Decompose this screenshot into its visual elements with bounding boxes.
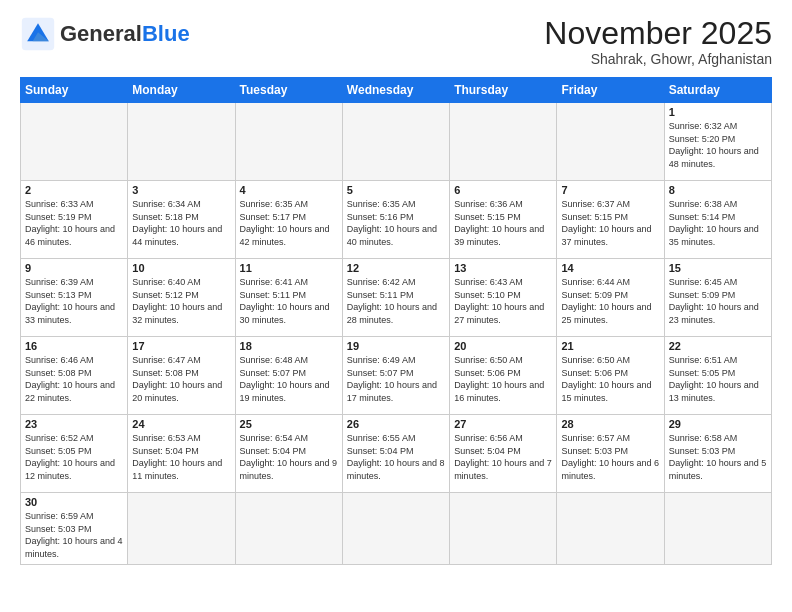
day-info: Sunrise: 6:33 AM Sunset: 5:19 PM Dayligh… [25,198,123,248]
day-number: 10 [132,262,230,274]
day-info: Sunrise: 6:41 AM Sunset: 5:11 PM Dayligh… [240,276,338,326]
table-row: 14Sunrise: 6:44 AM Sunset: 5:09 PM Dayli… [557,259,664,337]
day-number: 27 [454,418,552,430]
table-row: 11Sunrise: 6:41 AM Sunset: 5:11 PM Dayli… [235,259,342,337]
day-info: Sunrise: 6:32 AM Sunset: 5:20 PM Dayligh… [669,120,767,170]
table-row [235,103,342,181]
table-row: 8Sunrise: 6:38 AM Sunset: 5:14 PM Daylig… [664,181,771,259]
table-row: 29Sunrise: 6:58 AM Sunset: 5:03 PM Dayli… [664,415,771,493]
table-row: 28Sunrise: 6:57 AM Sunset: 5:03 PM Dayli… [557,415,664,493]
table-row: 27Sunrise: 6:56 AM Sunset: 5:04 PM Dayli… [450,415,557,493]
day-info: Sunrise: 6:42 AM Sunset: 5:11 PM Dayligh… [347,276,445,326]
table-row: 26Sunrise: 6:55 AM Sunset: 5:04 PM Dayli… [342,415,449,493]
day-number: 14 [561,262,659,274]
day-number: 22 [669,340,767,352]
day-number: 17 [132,340,230,352]
day-info: Sunrise: 6:46 AM Sunset: 5:08 PM Dayligh… [25,354,123,404]
table-row: 2Sunrise: 6:33 AM Sunset: 5:19 PM Daylig… [21,181,128,259]
table-row: 16Sunrise: 6:46 AM Sunset: 5:08 PM Dayli… [21,337,128,415]
day-number: 26 [347,418,445,430]
day-number: 16 [25,340,123,352]
table-row [664,493,771,564]
day-number: 30 [25,496,123,508]
table-row [450,493,557,564]
table-row: 21Sunrise: 6:50 AM Sunset: 5:06 PM Dayli… [557,337,664,415]
day-info: Sunrise: 6:43 AM Sunset: 5:10 PM Dayligh… [454,276,552,326]
day-info: Sunrise: 6:50 AM Sunset: 5:06 PM Dayligh… [454,354,552,404]
table-row [342,493,449,564]
table-row: 3Sunrise: 6:34 AM Sunset: 5:18 PM Daylig… [128,181,235,259]
table-row [235,493,342,564]
table-row [21,103,128,181]
day-info: Sunrise: 6:51 AM Sunset: 5:05 PM Dayligh… [669,354,767,404]
table-row: 15Sunrise: 6:45 AM Sunset: 5:09 PM Dayli… [664,259,771,337]
day-info: Sunrise: 6:38 AM Sunset: 5:14 PM Dayligh… [669,198,767,248]
day-number: 24 [132,418,230,430]
day-info: Sunrise: 6:35 AM Sunset: 5:16 PM Dayligh… [347,198,445,248]
subtitle: Shahrak, Ghowr, Afghanistan [544,51,772,67]
col-friday: Friday [557,78,664,103]
day-info: Sunrise: 6:40 AM Sunset: 5:12 PM Dayligh… [132,276,230,326]
col-sunday: Sunday [21,78,128,103]
day-number: 23 [25,418,123,430]
day-number: 6 [454,184,552,196]
day-info: Sunrise: 6:55 AM Sunset: 5:04 PM Dayligh… [347,432,445,482]
day-number: 4 [240,184,338,196]
day-info: Sunrise: 6:35 AM Sunset: 5:17 PM Dayligh… [240,198,338,248]
day-number: 13 [454,262,552,274]
month-title: November 2025 [544,16,772,51]
day-info: Sunrise: 6:39 AM Sunset: 5:13 PM Dayligh… [25,276,123,326]
day-info: Sunrise: 6:57 AM Sunset: 5:03 PM Dayligh… [561,432,659,482]
day-number: 8 [669,184,767,196]
table-row: 18Sunrise: 6:48 AM Sunset: 5:07 PM Dayli… [235,337,342,415]
day-number: 21 [561,340,659,352]
day-info: Sunrise: 6:58 AM Sunset: 5:03 PM Dayligh… [669,432,767,482]
table-row [557,103,664,181]
day-number: 1 [669,106,767,118]
table-row: 5Sunrise: 6:35 AM Sunset: 5:16 PM Daylig… [342,181,449,259]
day-number: 18 [240,340,338,352]
day-number: 25 [240,418,338,430]
table-row: 25Sunrise: 6:54 AM Sunset: 5:04 PM Dayli… [235,415,342,493]
day-info: Sunrise: 6:44 AM Sunset: 5:09 PM Dayligh… [561,276,659,326]
day-info: Sunrise: 6:37 AM Sunset: 5:15 PM Dayligh… [561,198,659,248]
table-row: 12Sunrise: 6:42 AM Sunset: 5:11 PM Dayli… [342,259,449,337]
table-row [342,103,449,181]
table-row: 9Sunrise: 6:39 AM Sunset: 5:13 PM Daylig… [21,259,128,337]
table-row: 7Sunrise: 6:37 AM Sunset: 5:15 PM Daylig… [557,181,664,259]
table-row [450,103,557,181]
day-number: 20 [454,340,552,352]
title-block: November 2025 Shahrak, Ghowr, Afghanista… [544,16,772,67]
page: GeneralBlue November 2025 Shahrak, Ghowr… [0,0,792,575]
logo-text: GeneralBlue [60,23,190,45]
day-info: Sunrise: 6:34 AM Sunset: 5:18 PM Dayligh… [132,198,230,248]
day-info: Sunrise: 6:52 AM Sunset: 5:05 PM Dayligh… [25,432,123,482]
table-row [557,493,664,564]
day-number: 15 [669,262,767,274]
table-row [128,493,235,564]
col-tuesday: Tuesday [235,78,342,103]
day-info: Sunrise: 6:53 AM Sunset: 5:04 PM Dayligh… [132,432,230,482]
table-row [128,103,235,181]
table-row: 24Sunrise: 6:53 AM Sunset: 5:04 PM Dayli… [128,415,235,493]
day-info: Sunrise: 6:50 AM Sunset: 5:06 PM Dayligh… [561,354,659,404]
day-number: 28 [561,418,659,430]
col-thursday: Thursday [450,78,557,103]
logo-icon [20,16,56,52]
day-number: 11 [240,262,338,274]
table-row: 20Sunrise: 6:50 AM Sunset: 5:06 PM Dayli… [450,337,557,415]
table-row: 6Sunrise: 6:36 AM Sunset: 5:15 PM Daylig… [450,181,557,259]
table-row: 30Sunrise: 6:59 AM Sunset: 5:03 PM Dayli… [21,493,128,564]
day-info: Sunrise: 6:48 AM Sunset: 5:07 PM Dayligh… [240,354,338,404]
day-number: 29 [669,418,767,430]
calendar-header-row: Sunday Monday Tuesday Wednesday Thursday… [21,78,772,103]
day-info: Sunrise: 6:54 AM Sunset: 5:04 PM Dayligh… [240,432,338,482]
table-row: 10Sunrise: 6:40 AM Sunset: 5:12 PM Dayli… [128,259,235,337]
day-info: Sunrise: 6:36 AM Sunset: 5:15 PM Dayligh… [454,198,552,248]
header: GeneralBlue November 2025 Shahrak, Ghowr… [20,16,772,67]
day-info: Sunrise: 6:49 AM Sunset: 5:07 PM Dayligh… [347,354,445,404]
table-row: 4Sunrise: 6:35 AM Sunset: 5:17 PM Daylig… [235,181,342,259]
logo: GeneralBlue [20,16,190,52]
day-number: 19 [347,340,445,352]
col-saturday: Saturday [664,78,771,103]
